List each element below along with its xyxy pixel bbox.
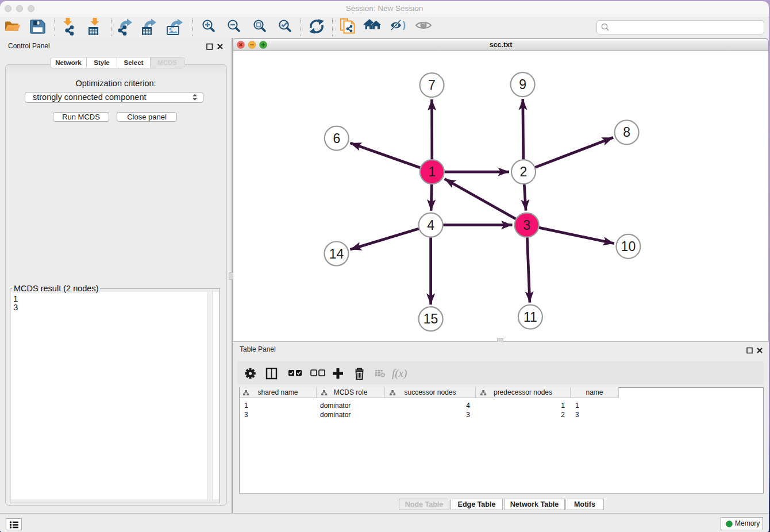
svg-text:1: 1 — [428, 164, 436, 179]
svg-text:3: 3 — [523, 218, 530, 233]
svg-text:8: 8 — [623, 125, 630, 140]
svg-text:f(x): f(x) — [392, 368, 407, 380]
svg-text:11: 11 — [523, 310, 537, 325]
svg-text:14: 14 — [329, 246, 344, 261]
svg-text:9: 9 — [519, 77, 526, 92]
svg-text:6: 6 — [333, 131, 340, 146]
svg-text:4: 4 — [427, 218, 434, 233]
svg-text:7: 7 — [428, 78, 436, 92]
svg-text:10: 10 — [621, 239, 636, 254]
svg-text:2: 2 — [520, 164, 528, 179]
svg-text:15: 15 — [424, 311, 438, 326]
